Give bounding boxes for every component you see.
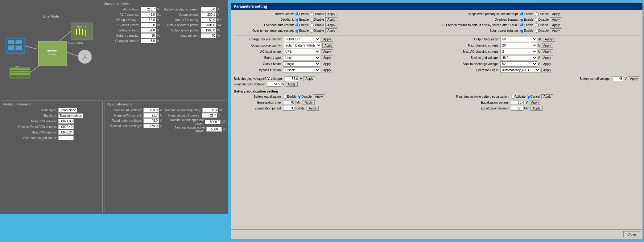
battery-type-row: Battery type: AGM Flooded User Lithium A…: [234, 55, 436, 60]
bypass-function-apply-btn[interactable]: Apply: [321, 68, 333, 72]
lcd-enable-radio[interactable]: [520, 23, 524, 27]
solar-balance-disable-radio[interactable]: [535, 29, 539, 33]
over-temp-apply-btn[interactable]: Apply: [325, 28, 337, 33]
eq-time-apply-btn[interactable]: Apply: [303, 100, 315, 105]
max-ac-charge-curr-apply-btn[interactable]: Apply: [541, 49, 553, 54]
buzzer-disable-radio[interactable]: [310, 12, 314, 16]
out-freq-apply-btn[interactable]: Apply: [543, 37, 555, 42]
out-app-power-value: 2001.0: [201, 23, 216, 27]
output-mode-row: Output Mode: Single Parallel Apply: [234, 61, 436, 67]
bypass-enable-radio[interactable]: [520, 18, 524, 22]
buzzer-apply-btn[interactable]: Apply: [325, 12, 337, 16]
back-grid-volt-select[interactable]: 48.0 50.0: [500, 55, 537, 60]
bulk-voltage-apply-btn[interactable]: Apply: [303, 76, 315, 81]
bypass-disable-radio[interactable]: [535, 18, 539, 22]
lcd-apply-btn[interactable]: Apply: [550, 23, 562, 27]
bat-eq-enable-radio[interactable]: [283, 95, 287, 99]
eq-voltage-apply-btn[interactable]: Apply: [529, 100, 541, 105]
eq-period-apply-btn[interactable]: Apply: [307, 106, 319, 111]
eq-timeout-input[interactable]: [511, 106, 523, 111]
nom-out-act-value: 5000.0: [206, 127, 222, 132]
backlight-label: Backlight:: [234, 18, 295, 21]
output-priority-label: Output source priority:: [234, 44, 283, 47]
back-discharge-volt-select[interactable]: 52.0 54.0: [500, 61, 537, 67]
realtime-cancel-radio[interactable]: [527, 95, 530, 99]
eq-period-input[interactable]: [283, 106, 295, 111]
bat-volt-label: Battery voltage:: [104, 29, 141, 32]
beeps-apply-btn[interactable]: Apply: [550, 12, 562, 16]
cutoff-voltage-apply-btn[interactable]: Apply: [628, 76, 640, 81]
back-grid-volt-apply-btn[interactable]: Apply: [541, 55, 553, 60]
float-voltage-apply-btn[interactable]: Apply: [286, 82, 298, 87]
line-mode-label: Line Mode: [43, 14, 59, 18]
overload-restart-apply-btn[interactable]: Apply: [325, 23, 337, 27]
realtime-activate-radio[interactable]: [511, 95, 515, 99]
eq-time-input[interactable]: [283, 100, 295, 105]
over-temp-enable-radio[interactable]: [295, 29, 299, 33]
max-charge-curr-row: Max. charging current: 20 30 40 50 60 A …: [439, 43, 640, 48]
nom-ac-curr-value: 21.7: [143, 113, 159, 118]
bypass-apply-btn[interactable]: Apply: [550, 17, 562, 22]
topology-value: Transformerless: [58, 113, 83, 118]
solar-balance-apply-btn[interactable]: Apply: [550, 28, 562, 33]
beeps-enable-radio[interactable]: [520, 12, 524, 16]
back-discharge-volt-apply-btn[interactable]: Apply: [541, 62, 553, 66]
max-charge-curr-select[interactable]: 20 30 40 50 60: [500, 43, 537, 48]
eq-timeout-apply-btn[interactable]: Apply: [530, 106, 543, 111]
bat-eq-apply-btn[interactable]: Apply: [313, 94, 325, 99]
svg-rect-17: [15, 66, 19, 68]
overload-restart-enable-radio[interactable]: [295, 23, 299, 27]
realtime-activate-apply-btn[interactable]: Apply: [541, 94, 553, 99]
out-app-power-label: Output apparent power:: [164, 23, 201, 27]
charger-priority-select[interactable]: SLB&UDC Solar First Solar & Utility Only…: [283, 37, 320, 42]
operation-logic-select[interactable]: Automatically(AUT) Manual: [500, 68, 540, 73]
battery-type-label: Battery type:: [234, 56, 283, 59]
float-voltage-input[interactable]: [267, 82, 281, 87]
overload-restart-disable-radio[interactable]: [310, 23, 314, 27]
operation-logic-apply-btn[interactable]: Apply: [541, 68, 553, 72]
out-freq-select[interactable]: 50 60: [500, 37, 537, 42]
lcd-returns-row: LCD screen returns to default display sc…: [440, 23, 640, 27]
lcd-disable-radio[interactable]: [535, 23, 539, 27]
rated-info-panel: Rated information Nominal AC voltage:230…: [105, 100, 227, 213]
output-priority-apply-btn[interactable]: Apply: [322, 43, 334, 48]
backlight-apply-btn[interactable]: Apply: [325, 17, 337, 22]
remote-cpu-value: 0002.40: [58, 125, 74, 129]
buzzer-enable-radio[interactable]: [295, 12, 299, 16]
output-priority-select[interactable]: Solar->Battery->Utility Solar->Utility->…: [283, 43, 321, 48]
charger-priority-apply-btn[interactable]: Apply: [321, 37, 333, 42]
eq-voltage-input[interactable]: [511, 100, 525, 105]
backlight-enable-radio[interactable]: [295, 18, 299, 22]
cutoff-voltage-input[interactable]: [613, 76, 623, 81]
battery-type-select[interactable]: AGM Flooded User Lithium: [283, 55, 320, 60]
max-charge-curr-apply-btn[interactable]: Apply: [541, 43, 553, 48]
bat-eq-disable-radio[interactable]: [298, 95, 301, 99]
rated-info-title: Rated information: [106, 102, 225, 106]
ac-input-range-select[interactable]: UPS Appliance: [283, 49, 320, 54]
max-charge-curr-label: Max. charging current:: [439, 44, 500, 47]
charger-priority-row: Charger source priority: SLB&UDC Solar F…: [234, 37, 436, 42]
charge-curr-value: 3.0: [141, 39, 156, 43]
solar-balance-enable-radio[interactable]: [520, 29, 524, 33]
left-panel: Line Mode UTILITY: [0, 0, 228, 242]
over-temp-label: Over temperature auto restart:: [234, 29, 295, 32]
bulk-voltage-input[interactable]: [285, 76, 299, 81]
out-freq-row: Output frequency: 50 60 Hz Apply: [439, 37, 640, 42]
over-temp-disable-radio[interactable]: [310, 29, 314, 33]
bypass-function-row: Bypass function: Enable Disable Apply: [234, 68, 436, 73]
beeps-disable-radio[interactable]: [535, 12, 539, 16]
pv-volt-label: PV input voltage:: [104, 18, 141, 22]
svg-text:UTILITY: UTILITY: [77, 25, 86, 28]
overload-restart-label: Overload auto restart:: [234, 23, 295, 27]
backlight-disable-radio[interactable]: [310, 18, 314, 22]
bypass-function-select[interactable]: Enable Disable: [283, 68, 320, 73]
bat-cap-label: Battery capacity:: [104, 34, 141, 37]
battery-type-apply-btn[interactable]: Apply: [321, 55, 333, 60]
ac-input-range-apply-btn[interactable]: Apply: [321, 49, 333, 54]
output-mode-select[interactable]: Single Parallel: [283, 61, 320, 67]
close-button[interactable]: Close: [623, 231, 640, 237]
output-mode-apply-btn[interactable]: Apply: [321, 62, 333, 66]
svg-line-21: [31, 63, 43, 72]
max-ac-charge-curr-select[interactable]: 2 10 20: [500, 49, 537, 54]
nom-ac-curr-label: Nominal AC current:: [106, 114, 143, 117]
